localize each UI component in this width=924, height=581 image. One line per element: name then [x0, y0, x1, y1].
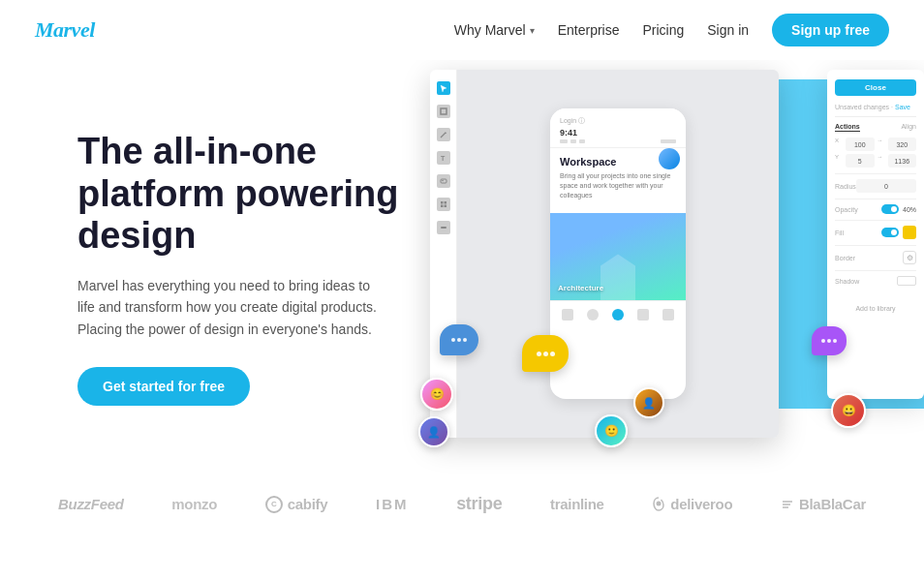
svg-rect-0: [441, 108, 447, 114]
logo-deliveroo: deliveroo: [652, 496, 732, 512]
phone-bottom-nav: [550, 300, 686, 328]
hero-section: The all-in-one platform powering design …: [0, 60, 924, 467]
editor-window: T Login ⓘ 9:41: [430, 70, 779, 438]
props-border: Border ⚙: [835, 251, 916, 264]
svg-point-5: [442, 180, 444, 182]
tool-pen: [437, 128, 450, 141]
logo-stripe: stripe: [456, 494, 502, 514]
avatar-pink-left: 😊: [420, 378, 453, 411]
editor-canvas: Login ⓘ 9:41 Workspace Bring all your pr…: [457, 70, 779, 438]
svg-rect-7: [444, 201, 447, 204]
deliveroo-icon: [652, 497, 665, 512]
logo-ibm: IBM: [376, 496, 409, 512]
props-close-btn: Close: [835, 79, 916, 96]
props-fill: Fill: [835, 226, 916, 239]
props-divider-1: [835, 173, 916, 174]
chat-bubble-purple: [812, 326, 847, 355]
logo: Marvel: [35, 17, 95, 43]
chat-bubble-blue: [440, 324, 478, 355]
svg-rect-8: [441, 205, 444, 208]
fill-color-swatch: [903, 226, 916, 239]
phone-content: Workspace Bring all your projects into o…: [550, 148, 686, 213]
props-divider-top: [835, 116, 916, 117]
phone-time: 9:41: [560, 128, 676, 138]
phone-image: Architecture: [550, 213, 686, 300]
logo-blablacar: BlaBlaCar: [781, 496, 866, 512]
avatar-teal-center: 🙂: [595, 414, 628, 447]
fill-toggle: [881, 228, 899, 237]
phone-workspace-subtext: Bring all your projects into one single …: [560, 171, 676, 199]
props-tab-align: Align: [901, 123, 916, 132]
props-tabs: Actions Align: [835, 123, 916, 132]
cta-button[interactable]: Get started for free: [77, 367, 250, 406]
nav-why-marvel[interactable]: Why Marvel: [454, 22, 535, 38]
logo-buzzfeed: BuzzFeed: [58, 496, 124, 512]
hero-illustration: T Login ⓘ 9:41: [411, 50, 924, 496]
logo-cabify: C cabify: [265, 496, 328, 513]
svg-rect-4: [441, 179, 447, 183]
cabify-circle-icon: C: [265, 496, 283, 513]
architecture-label: Architecture: [558, 277, 603, 294]
opacity-toggle: [881, 204, 899, 214]
tool-image: [437, 174, 450, 188]
tool-cursor: [437, 81, 450, 95]
nav-signin[interactable]: Sign in: [707, 22, 749, 38]
avatar-purple-left: 👤: [418, 416, 449, 447]
tool-grid: [437, 198, 450, 211]
props-shadow: Shadow: [835, 276, 916, 286]
props-breadcrumb: Unsaved changes · Save: [835, 104, 916, 110]
nav-enterprise[interactable]: Enterprise: [558, 22, 620, 38]
svg-text:T: T: [441, 155, 446, 162]
phone-avatar: [659, 148, 680, 169]
add-to-library: Add to library: [835, 297, 916, 315]
svg-rect-10: [441, 227, 447, 229]
signup-button[interactable]: Sign up free: [772, 14, 889, 46]
chat-bubble-yellow: [522, 335, 569, 372]
blablacar-icon: [781, 498, 794, 511]
hero-headline: The all-in-one platform powering design: [77, 131, 426, 258]
props-divider-3: [835, 220, 916, 221]
hero-description: Marvel has everything you need to bring …: [77, 275, 378, 340]
props-x-y: X 100 → 320 Y 5 → 1136: [835, 138, 916, 168]
props-opacity: Opacity 40%: [835, 204, 916, 214]
props-divider-5: [835, 270, 916, 271]
header: Marvel Why Marvel Enterprise Pricing Sig…: [0, 0, 924, 60]
svg-rect-6: [441, 201, 444, 204]
props-divider-4: [835, 245, 916, 246]
tool-text: T: [437, 151, 450, 165]
phone-header: Login ⓘ 9:41: [550, 108, 686, 148]
avatar-red-right: 😀: [831, 393, 866, 428]
tool-component: [437, 221, 450, 234]
props-divider-2: [835, 199, 916, 199]
hero-text: The all-in-one platform powering design …: [77, 131, 426, 406]
nav-pricing[interactable]: Pricing: [642, 22, 684, 38]
props-radius: Radius 0: [835, 179, 916, 193]
logo-trainline: trainline: [550, 496, 604, 512]
main-nav: Why Marvel Enterprise Pricing Sign in Si…: [454, 14, 889, 46]
logo-monzo: monzo: [171, 496, 217, 512]
phone-mockup: Login ⓘ 9:41 Workspace Bring all your pr…: [550, 108, 686, 399]
avatar-orange-center: 👤: [633, 387, 664, 418]
svg-rect-9: [444, 205, 447, 208]
tool-frame: [437, 105, 450, 118]
svg-point-11: [657, 501, 662, 505]
props-tab-actions: Actions: [835, 123, 860, 132]
